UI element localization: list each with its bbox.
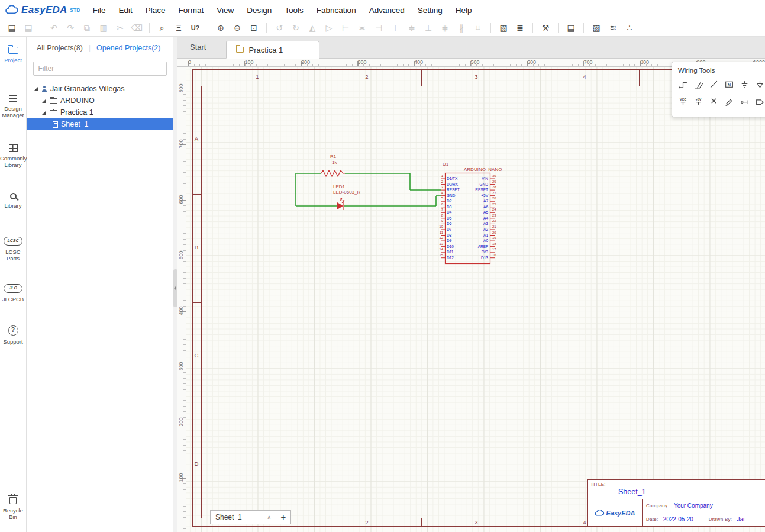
toolbar-align-left-button[interactable]: ⊢: [337, 20, 354, 36]
chevron-up-icon[interactable]: ∧: [267, 514, 271, 520]
toolbar-flip-vertical-button[interactable]: ◭: [304, 20, 321, 36]
wiring-tool-line[interactable]: [707, 78, 721, 91]
toolbar-grid-settings-button[interactable]: ⌗: [470, 20, 486, 36]
toolbar-find-similar-button[interactable]: Ξ: [170, 20, 187, 36]
toolbar-save-as-button[interactable]: ▤: [20, 20, 37, 36]
tree-node-practica-1[interactable]: Practica 1: [27, 107, 173, 118]
toolbar-rotate-left-button[interactable]: ↺: [271, 20, 288, 36]
wiring-tool-no-connect[interactable]: [707, 95, 721, 107]
toolbar-align-top-button[interactable]: ⊤: [387, 20, 404, 36]
menu-format[interactable]: Format: [172, 6, 211, 15]
rail-item-lcsc-parts[interactable]: LCSCLCSC Parts: [0, 237, 26, 262]
rail-item-label: Library: [0, 202, 26, 209]
cloud-logo-icon: [595, 510, 605, 517]
left-rail: ProjectDesign ManagerCommonly LibraryLib…: [0, 37, 27, 532]
toolbar-share-button[interactable]: ∴: [621, 20, 638, 36]
toolbar-document-button[interactable]: ▤: [563, 20, 579, 36]
expand-arrow-icon[interactable]: [34, 87, 38, 91]
tree-node-user[interactable]: Jair Granados Villegas: [27, 83, 173, 95]
wiring-tool-pen[interactable]: [722, 95, 736, 107]
wiring-tool-bus[interactable]: [692, 78, 705, 91]
resistor-symbol[interactable]: [321, 170, 345, 176]
rail-item-design-manager[interactable]: Design Manager: [0, 93, 26, 118]
toolbar-export-image-button[interactable]: ▧: [495, 20, 512, 36]
rail-item-recycle-bin[interactable]: Recycle Bin: [0, 493, 26, 520]
toolbar-find-component-button[interactable]: U?: [187, 20, 204, 36]
toolbar-align-middle-button[interactable]: ≑: [404, 20, 420, 36]
component-label[interactable]: U1: [443, 162, 448, 167]
rail-item-commonly-library[interactable]: Commonly Library: [0, 143, 26, 168]
menu-file[interactable]: File: [86, 6, 112, 15]
toolbar-distribute-horizontal-button[interactable]: ⋕: [437, 20, 453, 36]
tab-start[interactable]: Start: [177, 37, 218, 58]
toolbar-align-right-button[interactable]: ⊣: [370, 20, 387, 36]
tree-node-arduino[interactable]: ARDUINO: [27, 95, 173, 107]
wiring-tool-vcc[interactable]: VCC: [676, 95, 690, 107]
opened-projects-tab[interactable]: Opened Projects(2): [96, 44, 160, 52]
schematic-canvas[interactable]: TITLE: Sheet_1 EasyEDA Company: Your Com…: [186, 67, 765, 532]
toolbar-copy-button[interactable]: ⧉: [79, 20, 95, 36]
toolbar-zoom-in-button[interactable]: ⊕: [212, 20, 229, 36]
menu-tools[interactable]: Tools: [278, 6, 310, 15]
add-sheet-button[interactable]: +: [276, 510, 291, 524]
tree-node-sheet-1[interactable]: Sheet_1: [27, 118, 173, 130]
pin-number: 29: [492, 180, 496, 184]
toolbar-distribute-vertical-button[interactable]: ∦: [453, 20, 470, 36]
toolbar-save-button[interactable]: ▤: [4, 20, 20, 36]
rail-item-support[interactable]: ?Support: [0, 325, 26, 345]
tree-user-label: Jair Granados Villegas: [50, 85, 125, 93]
wiring-tool-pin[interactable]: [738, 95, 751, 107]
wiring-tool-net-port[interactable]: [753, 95, 765, 107]
menu-edit[interactable]: Edit: [112, 6, 138, 15]
tab-practica-1[interactable]: Practica 1: [226, 41, 319, 59]
panel-splitter[interactable]: [173, 37, 177, 532]
menu-place[interactable]: Place: [139, 6, 172, 15]
wiring-tool-net-flag[interactable]: [753, 78, 765, 91]
panel-collapse-handle[interactable]: [173, 269, 177, 307]
pin-name: VIN: [453, 176, 488, 181]
rail-item-jlcpcb[interactable]: JLCJLCPCB: [0, 284, 26, 302]
toolbar-zoom-fit-button[interactable]: ⊡: [246, 20, 262, 36]
toolbar-layers-button[interactable]: ≋: [605, 20, 621, 36]
pin-number: 18: [492, 242, 496, 246]
component-label[interactable]: ARDUINO_NANO: [464, 167, 502, 172]
toolbar-undo-button[interactable]: ↶: [46, 20, 62, 36]
component-label[interactable]: R1: [330, 154, 336, 159]
filter-input[interactable]: [33, 62, 167, 76]
toolbar-rotate-right-button[interactable]: ↻: [288, 20, 304, 36]
menu-help[interactable]: Help: [449, 6, 479, 15]
pin-number: 22: [492, 219, 496, 223]
menu-design[interactable]: Design: [240, 6, 278, 15]
toolbar-paste-button[interactable]: ▥: [95, 20, 112, 36]
wiring-tool-ground[interactable]: [738, 78, 751, 91]
toolbar-delete-button[interactable]: ⌫: [128, 20, 145, 36]
toolbar-search-button[interactable]: ⌕: [154, 20, 170, 36]
toolbar-redo-button[interactable]: ↷: [62, 20, 79, 36]
wiring-tool-wire[interactable]: [676, 78, 690, 91]
toolbar-align-bottom-button[interactable]: ⊥: [420, 20, 437, 36]
sheet-selector[interactable]: Sheet_1 ∧: [210, 510, 276, 524]
expand-arrow-icon[interactable]: [42, 99, 46, 103]
all-projects-tab[interactable]: All Projects(8): [37, 44, 83, 52]
rail-item-library[interactable]: Library: [0, 192, 26, 209]
toolbar-flip-horizontal-button[interactable]: ▷: [321, 20, 337, 36]
toolbar-tools-button[interactable]: ⚒: [537, 20, 554, 36]
expand-arrow-icon[interactable]: [42, 111, 46, 115]
easyeda-app: { "brand": {"name": "EasyEDA", "edition"…: [0, 0, 765, 532]
toolbar-schematic-list-button[interactable]: ≣: [512, 20, 528, 36]
rail-item-project[interactable]: Project: [0, 44, 26, 63]
led-symbol[interactable]: [337, 198, 344, 210]
toolbar-zoom-out-button[interactable]: ⊖: [229, 20, 246, 36]
menu-setting[interactable]: Setting: [411, 6, 449, 15]
menu-view[interactable]: View: [210, 6, 240, 15]
toolbar-cut-button[interactable]: ✂: [112, 20, 128, 36]
wiring-tool-plus-5v[interactable]: +5V: [692, 95, 705, 107]
wiring-tool-net-label[interactable]: N: [722, 78, 736, 91]
component-label[interactable]: LED-0603_R: [333, 189, 360, 195]
toolbar-align-center-horizontal-button[interactable]: ≍: [354, 20, 370, 36]
toolbar-preview-button[interactable]: ▨: [588, 20, 605, 36]
component-label[interactable]: LED1: [333, 184, 345, 189]
component-label[interactable]: 1k: [332, 160, 337, 165]
menu-fabrication[interactable]: Fabrication: [310, 6, 363, 15]
menu-advanced[interactable]: Advanced: [363, 6, 411, 15]
